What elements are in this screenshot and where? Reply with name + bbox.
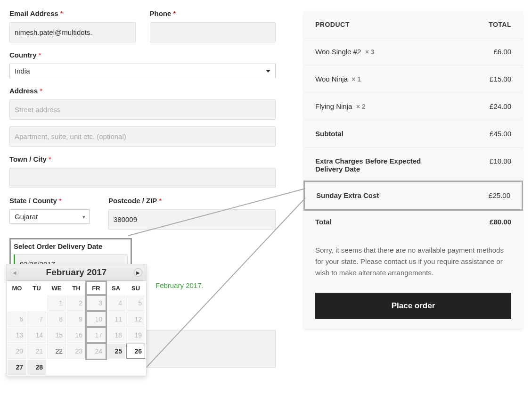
datepicker-cell[interactable]: 4 <box>106 296 125 311</box>
phone-input[interactable] <box>150 22 276 42</box>
order-item-name: Woo Single #2 × 3 <box>315 48 374 56</box>
datepicker-cell-empty <box>106 360 125 375</box>
datepicker-cell[interactable]: 7 <box>27 312 46 327</box>
datepicker-cell[interactable]: 17 <box>87 328 106 343</box>
datepicker-cell[interactable]: 11 <box>106 312 125 327</box>
datepicker-cell[interactable]: 16 <box>67 328 86 343</box>
datepicker-cell[interactable]: 8 <box>47 312 66 327</box>
datepicker-cell[interactable]: 2 <box>67 296 86 311</box>
sunday-cost-highlight: Sunday Extra Cost £25.00 <box>305 182 522 209</box>
datepicker-cell-empty <box>8 296 26 311</box>
datepicker-day-head: TU <box>27 282 46 295</box>
order-summary: PRODUCT TOTAL Woo Single #2 × 3£6.00Woo … <box>304 11 523 329</box>
total-value: £80.00 <box>490 218 511 226</box>
email-input[interactable] <box>9 22 136 42</box>
datepicker-cell[interactable]: 12 <box>126 312 145 327</box>
order-item-total: £6.00 <box>493 48 511 56</box>
state-select[interactable]: Gujarat <box>9 209 90 224</box>
email-label: Email Address * <box>9 9 136 17</box>
datepicker-cell[interactable]: 6 <box>8 312 26 327</box>
delivery-hint: February 2017. <box>156 281 276 289</box>
datepicker-cell[interactable]: 18 <box>106 328 125 343</box>
zip-label: Postcode / ZIP * <box>108 197 276 205</box>
datepicker-cell[interactable]: 26 <box>126 344 145 359</box>
datepicker-cell[interactable]: 19 <box>126 328 145 343</box>
order-item-total: £15.00 <box>490 75 511 83</box>
datepicker-cell[interactable]: 23 <box>67 344 86 359</box>
datepicker-prev-icon[interactable]: ◀ <box>10 268 19 277</box>
town-input[interactable] <box>9 168 276 188</box>
country-select[interactable]: India <box>9 64 276 78</box>
datepicker-cell[interactable]: 28 <box>27 360 46 375</box>
datepicker-day-head: MO <box>8 282 26 295</box>
datepicker-cell[interactable]: 24 <box>87 344 106 359</box>
phone-label: Phone * <box>150 9 276 17</box>
order-item-row: Flying Ninja × 2£24.00 <box>304 93 523 120</box>
datepicker-title: February 2017 <box>19 267 134 278</box>
order-item-name: Flying Ninja × 2 <box>315 102 366 110</box>
extra2-label: Sunday Extra Cost <box>316 191 379 199</box>
order-item-row: Woo Single #2 × 3£6.00 <box>304 38 523 66</box>
subtotal-label: Subtotal <box>315 130 344 138</box>
datepicker[interactable]: ◀ February 2017 ▶ MOTUWETHFRSASU12345678… <box>6 264 147 376</box>
datepicker-cell[interactable]: 14 <box>27 328 46 343</box>
datepicker-day-head: SA <box>106 282 125 295</box>
order-head-total: TOTAL <box>489 21 511 28</box>
datepicker-cell[interactable]: 15 <box>47 328 66 343</box>
order-head-product: PRODUCT <box>315 21 350 28</box>
datepicker-day-head: TH <box>67 282 86 295</box>
zip-input[interactable] <box>108 209 276 230</box>
datepicker-cell[interactable]: 25 <box>106 344 125 359</box>
datepicker-cell-empty <box>87 360 106 375</box>
place-order-button[interactable]: Place order <box>315 293 511 319</box>
datepicker-day-head: FR <box>87 282 106 295</box>
extra1-label: Extra Charges Before Expected Delivery D… <box>315 157 438 173</box>
town-label: Town / City * <box>9 155 276 163</box>
datepicker-cell[interactable]: 3 <box>87 296 106 311</box>
extra2-value: £25.00 <box>489 191 510 199</box>
datepicker-cell[interactable]: 10 <box>87 312 106 327</box>
order-item-name: Woo Ninja × 1 <box>315 75 361 83</box>
datepicker-cell[interactable]: 27 <box>8 360 26 375</box>
country-label: Country * <box>9 51 276 59</box>
datepicker-day-head: WE <box>47 282 66 295</box>
datepicker-cell[interactable]: 20 <box>8 344 26 359</box>
datepicker-cell-empty <box>27 296 46 311</box>
datepicker-cell[interactable]: 13 <box>8 328 26 343</box>
extra1-value: £10.00 <box>490 157 511 173</box>
datepicker-cell[interactable]: 9 <box>67 312 86 327</box>
datepicker-cell-empty <box>126 360 145 375</box>
order-item-row: Woo Ninja × 1£15.00 <box>304 66 523 93</box>
datepicker-day-head: SU <box>126 282 145 295</box>
datepicker-cell[interactable]: 1 <box>47 296 66 311</box>
datepicker-next-icon[interactable]: ▶ <box>134 268 142 277</box>
datepicker-cell-empty <box>67 360 86 375</box>
datepicker-cell-empty <box>47 360 66 375</box>
subtotal-value: £45.00 <box>490 130 511 138</box>
street-input[interactable] <box>9 99 276 120</box>
delivery-label: Select Order Delivery Date <box>14 242 128 250</box>
datepicker-cell[interactable]: 22 <box>47 344 66 359</box>
payment-notice: Sorry, it seems that there are no availa… <box>304 235 523 288</box>
apt-input[interactable] <box>9 126 276 147</box>
state-label: State / County * <box>9 197 94 205</box>
total-label: Total <box>315 218 332 226</box>
datepicker-cell[interactable]: 5 <box>126 296 145 311</box>
address-label: Address * <box>9 87 276 95</box>
order-item-total: £24.00 <box>490 102 511 110</box>
datepicker-table: MOTUWETHFRSASU12345678910111213141516171… <box>7 281 146 376</box>
datepicker-cell[interactable]: 21 <box>27 344 46 359</box>
